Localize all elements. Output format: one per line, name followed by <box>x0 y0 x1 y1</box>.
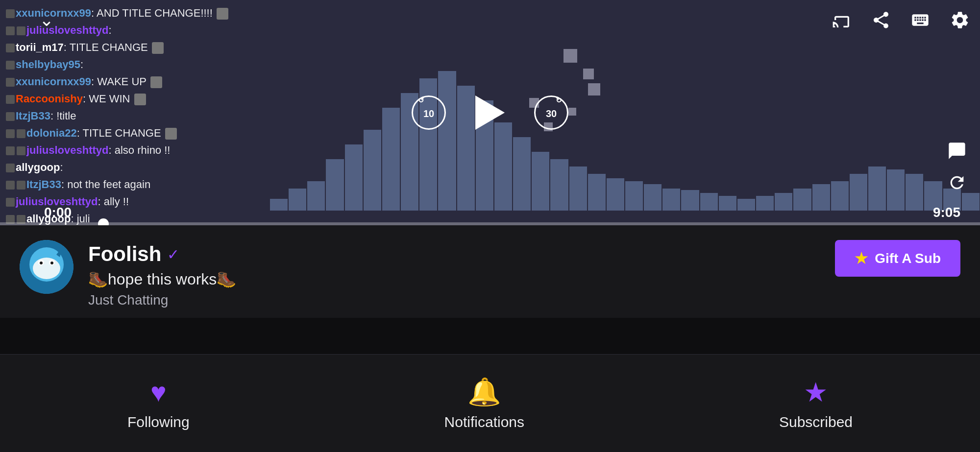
game-visualization <box>270 64 980 211</box>
channel-left-section: Foolish ✓ 🥾hope this works🥾 Just Chattin… <box>20 240 236 308</box>
rewind-button[interactable]: ↺ 10 <box>412 95 446 130</box>
time-current: 0:00 <box>44 205 72 220</box>
avatar[interactable] <box>20 240 74 294</box>
bottom-right-video-icons <box>943 137 970 196</box>
avatar-image <box>20 240 74 294</box>
play-button[interactable] <box>475 95 505 130</box>
gift-sub-label: Gift A Sub <box>875 251 941 266</box>
stream-title: 🥾hope this works🥾 <box>88 270 236 288</box>
keyboard-icon[interactable] <box>910 10 930 34</box>
svg-point-5 <box>40 262 43 264</box>
float-square <box>564 49 577 63</box>
collapse-button[interactable]: ⌄ <box>39 10 54 30</box>
channel-name-row: Foolish ✓ <box>88 242 236 266</box>
refresh-button[interactable] <box>943 169 970 196</box>
settings-icon[interactable] <box>950 10 970 34</box>
chat-message: ItzjB33: not the feet again <box>5 176 279 192</box>
video-controls-bar[interactable]: 0:00 9:05 <box>0 196 980 225</box>
channel-info-panel: Foolish ✓ 🥾hope this works🥾 Just Chattin… <box>0 225 980 318</box>
gift-star-icon: ★ <box>855 250 868 267</box>
notifications-action[interactable]: 🔔 Notifications <box>444 376 524 430</box>
time-total: 9:05 <box>933 205 960 220</box>
following-action[interactable]: ♥ Following <box>127 377 190 430</box>
star-icon: ★ <box>804 377 828 408</box>
playback-controls: ↺ 10 ↻ 30 <box>412 95 568 130</box>
verified-badge: ✓ <box>167 246 179 263</box>
float-square <box>568 108 576 116</box>
chat-message: shelbybay95: <box>5 56 279 72</box>
subscribed-label: Subscribed <box>779 414 853 430</box>
action-bar: ♥ Following 🔔 Notifications ★ Subscribed <box>0 354 980 452</box>
cast-icon[interactable] <box>832 10 852 34</box>
svg-point-6 <box>50 262 53 264</box>
chat-message: allygoop: <box>5 159 279 175</box>
chat-message: ItzjB33: !title <box>5 108 279 124</box>
forward-button[interactable]: ↻ 30 <box>534 95 568 130</box>
chat-message: dolonia22: TITLE CHANGE <box>5 125 279 141</box>
chat-toggle-button[interactable] <box>943 137 970 164</box>
progress-thumb[interactable] <box>98 218 109 225</box>
following-label: Following <box>127 414 190 430</box>
forward-label: 30 <box>546 108 557 119</box>
chat-message: torii_m17: TITLE CHANGE <box>5 39 279 55</box>
channel-details: Foolish ✓ 🥾hope this works🥾 Just Chattin… <box>88 240 236 308</box>
notifications-label: Notifications <box>444 414 524 430</box>
float-square <box>588 83 600 95</box>
float-square <box>583 69 594 79</box>
svg-point-2 <box>33 258 60 279</box>
top-right-controls <box>832 10 970 34</box>
rewind-label: 10 <box>423 108 434 119</box>
stream-category: Just Chatting <box>88 292 236 308</box>
gift-sub-button[interactable]: ★ Gift A Sub <box>835 240 960 277</box>
video-player[interactable]: xxunicornxx99: AND TITLE CHANGE!!!! juli… <box>0 0 980 225</box>
heart-icon: ♥ <box>150 377 167 408</box>
share-icon[interactable] <box>871 10 891 34</box>
subscribed-action[interactable]: ★ Subscribed <box>779 377 853 430</box>
chat-message: xxunicornxx99: WAKE UP <box>5 73 279 90</box>
channel-name: Foolish <box>88 242 161 266</box>
chat-overlay: xxunicornxx99: AND TITLE CHANGE!!!! juli… <box>0 0 284 225</box>
chat-message: juliusloveshttyd: also rhino !! <box>5 142 279 158</box>
bell-icon: 🔔 <box>467 376 501 408</box>
chat-message: Raccoonishy: WE WIN <box>5 91 279 107</box>
